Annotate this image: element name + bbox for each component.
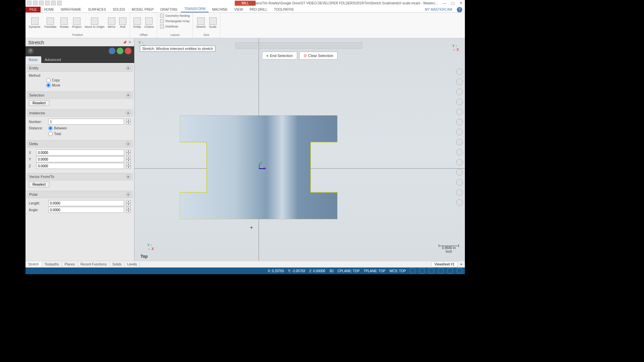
tb-wireframe-icon[interactable] (456, 129, 463, 135)
rotate-button[interactable]: Rotate (58, 17, 70, 29)
tab-machine[interactable]: MACHINE (209, 7, 231, 12)
help-icon[interactable]: ? (457, 7, 462, 12)
number-input[interactable] (48, 119, 124, 125)
delta-x-input[interactable] (36, 149, 124, 156)
tab-view[interactable]: VIEW (231, 7, 247, 12)
status-icon-2[interactable] (419, 268, 425, 274)
bottom-tab-levels[interactable]: Levels (124, 262, 140, 267)
geometry-nesting-button[interactable]: Geometry Nesting (159, 13, 191, 18)
spinner-up-icon[interactable]: ▲ (126, 207, 131, 210)
bottom-tab-stretch[interactable]: Stretch (25, 262, 42, 267)
bottom-tab-toolpaths[interactable]: Toolpaths (42, 262, 62, 267)
status-mode[interactable]: 3D (329, 269, 334, 273)
spinner-down-icon[interactable]: ▼ (126, 166, 131, 169)
polar-length-input[interactable] (48, 200, 124, 206)
vector-reselect-button[interactable]: Reselect (29, 182, 49, 187)
radio-copy[interactable] (46, 78, 51, 82)
tab-wireframe[interactable]: WIREFRAME (57, 7, 85, 12)
status-wcs[interactable]: WCS: TOP (389, 269, 406, 273)
qat-redo-icon[interactable] (57, 1, 62, 5)
status-icon-1[interactable] (410, 268, 415, 274)
viewsheet-tab[interactable]: Viewsheet #1 (431, 261, 458, 267)
tb-more3-icon[interactable] (456, 199, 463, 206)
status-cplane[interactable]: CPLANE: TOP (337, 269, 360, 273)
maximize-button[interactable]: ▢ (449, 0, 457, 6)
dynamic-button[interactable]: Dynamic (28, 17, 42, 29)
tb-zoom-fit-icon[interactable] (456, 68, 463, 75)
cancel-icon[interactable] (125, 48, 131, 54)
mirror-button[interactable]: Mirror (106, 17, 117, 29)
rectangular-array-button[interactable]: Rectangular Array (159, 19, 190, 23)
status-icon-6[interactable] (457, 268, 462, 274)
section-header-polar[interactable]: Polar ▲ (27, 191, 133, 198)
minimize-button[interactable]: — (441, 0, 449, 6)
tab-home[interactable]: HOME (41, 7, 57, 12)
tab-surfaces[interactable]: SURFACES (85, 7, 109, 12)
tab-advanced[interactable]: Advanced (41, 56, 64, 63)
delta-z-input[interactable] (36, 163, 124, 169)
tab-pro-drill[interactable]: PRO DRILL (246, 7, 271, 12)
spinner-down-icon[interactable]: ▼ (126, 210, 131, 213)
tab-model-prep[interactable]: MODEL PREP (128, 7, 157, 12)
tb-zoom-window-icon[interactable] (456, 78, 463, 85)
tab-solids[interactable]: SOLIDS (109, 7, 128, 12)
polar-angle-input[interactable] (48, 207, 124, 213)
stretch-button[interactable]: Stretch (195, 17, 207, 29)
spinner-up-icon[interactable]: ▲ (126, 149, 131, 153)
tb-view-icon[interactable] (456, 109, 463, 115)
qat-print-icon[interactable] (45, 1, 50, 5)
close-button[interactable]: ✕ (457, 0, 465, 6)
pin-icon[interactable]: 📌 (123, 41, 127, 44)
status-icon-5[interactable] (447, 268, 453, 274)
tb-more2-icon[interactable] (456, 189, 463, 196)
status-tplane[interactable]: TPLANE: TOP (364, 269, 385, 273)
tab-transform[interactable]: TRANSFORM (181, 6, 209, 12)
status-icon-4[interactable] (438, 268, 443, 274)
chains-button[interactable]: Chains (143, 17, 155, 29)
tb-grid-icon[interactable] (456, 159, 463, 166)
tb-snap-icon[interactable] (456, 169, 463, 176)
my-mastercam-link[interactable]: MY MASTERCAM (423, 7, 454, 12)
section-header-selection[interactable]: Selection ▲ (27, 92, 133, 99)
section-header-entity[interactable]: Entity ▲ (27, 64, 133, 72)
panel-help-icon[interactable]: ? (28, 48, 34, 54)
radio-move[interactable] (46, 83, 51, 87)
section-header-vector[interactable]: Vector From/To ▲ (27, 173, 133, 180)
reselect-button[interactable]: Reselect (29, 100, 49, 106)
tab-toolpaths[interactable]: TOOLPATHS (271, 7, 297, 12)
ok-icon[interactable] (117, 48, 123, 54)
bottom-tab-planes[interactable]: Planes (62, 262, 78, 267)
qat-undo-icon[interactable] (51, 1, 56, 5)
distribute-button[interactable]: Distribute (159, 24, 179, 29)
project-button[interactable]: Project (71, 17, 83, 29)
bottom-tab-recent[interactable]: Recent Functions (78, 262, 110, 267)
viewport[interactable]: Y ↑→ X Stretch: Window intersect entitie… (135, 38, 465, 261)
file-tab[interactable]: FILE (25, 7, 41, 12)
tab-drafting[interactable]: DRAFTING (157, 7, 181, 12)
tb-more-icon[interactable] (456, 179, 463, 186)
tb-section-icon[interactable] (456, 139, 463, 145)
delta-y-input[interactable] (36, 156, 124, 162)
scale-button[interactable]: Scale (208, 17, 218, 29)
tb-gnomon-icon[interactable] (456, 149, 463, 156)
qat-open-icon[interactable] (33, 1, 38, 5)
tb-rotate-icon[interactable] (456, 88, 463, 95)
spinner-down-icon[interactable]: ▼ (126, 159, 131, 162)
tb-pan-icon[interactable] (456, 99, 463, 105)
qat-save-icon[interactable] (39, 1, 44, 5)
tab-basic[interactable]: Basic (25, 56, 41, 63)
panel-close-icon[interactable]: ✕ (128, 40, 131, 45)
spinner-up-icon[interactable]: ▲ (126, 163, 131, 166)
apply-and-continue-icon[interactable] (109, 48, 115, 54)
bottom-tab-solids[interactable]: Solids (110, 262, 124, 267)
section-header-instances[interactable]: Instances ▲ (27, 109, 133, 117)
spinner-down-icon[interactable]: ▼ (126, 122, 131, 125)
spinner-up-icon[interactable]: ▲ (126, 200, 131, 203)
clear-selection-button[interactable]: ⊘Clear Selection (299, 52, 338, 60)
move-to-origin-button[interactable]: Move to Origin (84, 17, 106, 29)
qat-new-icon[interactable] (27, 1, 32, 5)
status-icon-3[interactable] (429, 268, 434, 274)
spinner-down-icon[interactable]: ▼ (126, 153, 131, 156)
tb-shade-icon[interactable] (456, 119, 463, 125)
spinner-down-icon[interactable]: ▼ (126, 203, 131, 206)
